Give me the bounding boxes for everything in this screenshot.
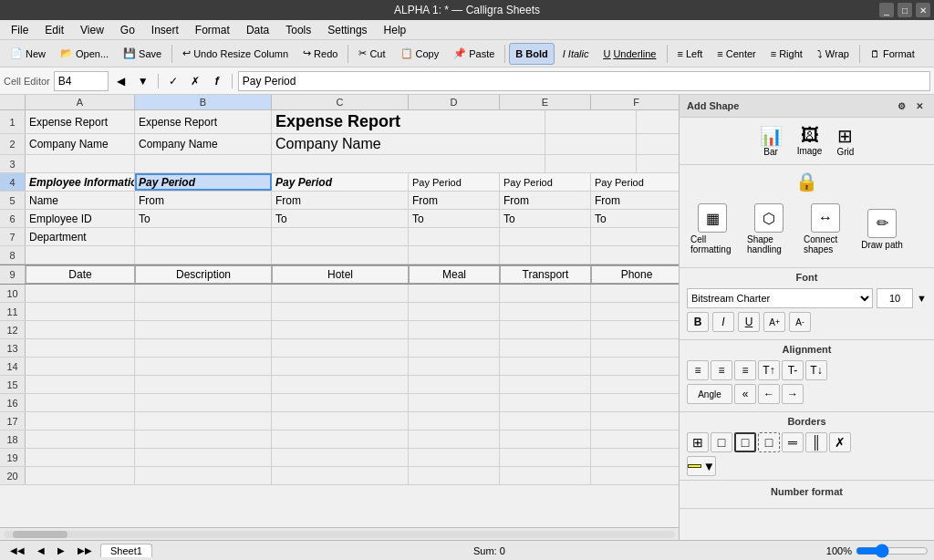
cell-f9[interactable]: Phone [591, 265, 679, 284]
indent-decrease-btn[interactable]: « [734, 384, 756, 404]
redo-button[interactable]: ↪ Redo [296, 43, 344, 65]
font-bold-button[interactable]: B [687, 312, 709, 332]
cell-b6[interactable]: To [135, 210, 272, 227]
menu-insert[interactable]: Insert [144, 22, 186, 38]
menu-settings[interactable]: Settings [320, 22, 374, 38]
navigator-expand-button[interactable]: ▼ [134, 72, 152, 90]
paste-button[interactable]: 📌 Paste [447, 43, 501, 65]
border-all-button[interactable]: ⊞ [687, 432, 709, 452]
nav-first-button[interactable]: ◀◀ [5, 540, 29, 561]
cell-f7[interactable] [591, 228, 679, 245]
copy-button[interactable]: 📋 Copy [394, 43, 446, 65]
cell-c8[interactable] [272, 246, 409, 264]
cell-b1[interactable]: Expense Report [135, 110, 272, 133]
cell-e5[interactable]: From [500, 192, 591, 209]
menu-file[interactable]: File [4, 22, 36, 38]
restore-button[interactable]: □ [898, 3, 912, 17]
cell-a7[interactable]: Department [26, 228, 135, 245]
cell-a8[interactable] [26, 246, 135, 264]
cell-d8[interactable] [409, 246, 500, 264]
menu-tools[interactable]: Tools [278, 22, 318, 38]
cell-f4[interactable]: Pay Period [591, 173, 679, 191]
cell-e3[interactable] [637, 155, 679, 172]
cell-e2[interactable] [637, 134, 679, 154]
cell-c3[interactable] [272, 155, 545, 172]
color-chevron-icon[interactable]: ▼ [703, 460, 715, 473]
indent-right-btn[interactable]: → [782, 384, 804, 404]
valign-bot-btn[interactable]: T↓ [805, 360, 827, 380]
menu-format[interactable]: Format [188, 22, 237, 38]
panel-settings-icon[interactable]: ⚙ [894, 99, 908, 113]
nav-last-button[interactable]: ▶▶ [73, 540, 97, 561]
cell-f5[interactable]: From [591, 192, 679, 209]
menu-edit[interactable]: Edit [37, 22, 71, 38]
col-header-b[interactable]: B [135, 95, 272, 109]
cell-b5[interactable]: From [135, 192, 272, 209]
cell-a4[interactable]: Employee Information [26, 173, 135, 191]
cell-d1[interactable] [545, 110, 637, 133]
sheet1-tab[interactable]: Sheet1 [100, 544, 152, 557]
draw-path-tool[interactable]: ✏ Draw path [856, 205, 908, 254]
cell-b2[interactable]: Company Name [135, 134, 272, 154]
format-button[interactable]: 🗒 Format [864, 43, 921, 65]
cell-c5[interactable]: From [272, 192, 409, 209]
cell-e1[interactable] [637, 110, 679, 133]
menu-go[interactable]: Go [113, 22, 142, 38]
cell-c9[interactable]: Hotel [272, 265, 409, 284]
cell-reference-input[interactable] [54, 71, 109, 91]
cell-f6[interactable]: To [591, 210, 679, 227]
valign-top-btn[interactable]: T↑ [758, 360, 780, 380]
cell-d6[interactable]: To [409, 210, 500, 227]
cell-d7[interactable] [409, 228, 500, 245]
scroll-thumb[interactable] [13, 531, 67, 538]
cell-c6[interactable]: To [272, 210, 409, 227]
cell-e8[interactable] [500, 246, 591, 264]
font-subscript-button[interactable]: A- [789, 312, 811, 332]
align-center-btn[interactable]: ≡ [711, 360, 732, 380]
horizontal-scrollbar[interactable] [0, 527, 679, 540]
formula-input[interactable] [238, 71, 930, 91]
cell-d5[interactable]: From [409, 192, 500, 209]
col-header-e[interactable]: E [500, 95, 591, 109]
cut-button[interactable]: ✂ Cut [352, 43, 391, 65]
cell-b7[interactable] [135, 228, 272, 245]
menu-view[interactable]: View [73, 22, 111, 38]
menu-data[interactable]: Data [239, 22, 276, 38]
cell-c7[interactable] [272, 228, 409, 245]
cell-b4[interactable]: Pay Period [135, 173, 272, 191]
font-italic-button[interactable]: I [712, 312, 734, 332]
cell-e4[interactable]: Pay Period [500, 173, 591, 191]
undo-button[interactable]: ↩ Undo Resize Column [176, 43, 295, 65]
col-header-f[interactable]: F [591, 95, 679, 109]
grid-shape-button[interactable]: ⊞ Grid [833, 121, 857, 161]
border-inner-v-button[interactable]: ║ [805, 432, 827, 452]
cell-a1[interactable]: Expense Report [26, 110, 135, 133]
font-superscript-button[interactable]: A+ [763, 312, 785, 332]
cell-b8[interactable] [135, 246, 272, 264]
cell-c1[interactable]: Expense Report [272, 110, 545, 133]
col-header-c[interactable]: C [272, 95, 409, 109]
align-center-button[interactable]: ≡ Center [711, 43, 762, 65]
bar-chart-button[interactable]: 📊 Bar [756, 121, 786, 161]
cell-d4[interactable]: Pay Period [409, 173, 500, 191]
wrap-button[interactable]: ⤵ Wrap [811, 43, 856, 65]
cell-d3[interactable] [545, 155, 637, 172]
minimize-button[interactable]: _ [879, 3, 894, 17]
col-header-d[interactable]: D [409, 95, 500, 109]
font-underline-button[interactable]: U [738, 312, 760, 332]
underline-button[interactable]: U Underline [597, 43, 662, 65]
border-dotted-button[interactable]: □ [758, 432, 780, 452]
close-button[interactable]: ✕ [916, 3, 930, 17]
open-button[interactable]: 📂 Open... [54, 43, 115, 65]
cell-e7[interactable] [500, 228, 591, 245]
shape-handling-tool[interactable]: ⬡ Shape handling [743, 200, 794, 258]
panel-close-icon[interactable]: ✕ [912, 99, 927, 113]
align-left-button[interactable]: ≡ Left [671, 43, 710, 65]
border-color-button[interactable]: ▼ [687, 456, 716, 476]
border-outside-button[interactable]: □ [711, 432, 732, 452]
navigator-left-button[interactable]: ◀ [112, 72, 130, 90]
font-family-select[interactable]: Bitstream Charter [687, 288, 873, 308]
indent-left-btn[interactable]: ← [758, 384, 780, 404]
cell-c2[interactable]: Company Name [272, 134, 545, 154]
cell-e9[interactable]: Transport [500, 265, 591, 284]
